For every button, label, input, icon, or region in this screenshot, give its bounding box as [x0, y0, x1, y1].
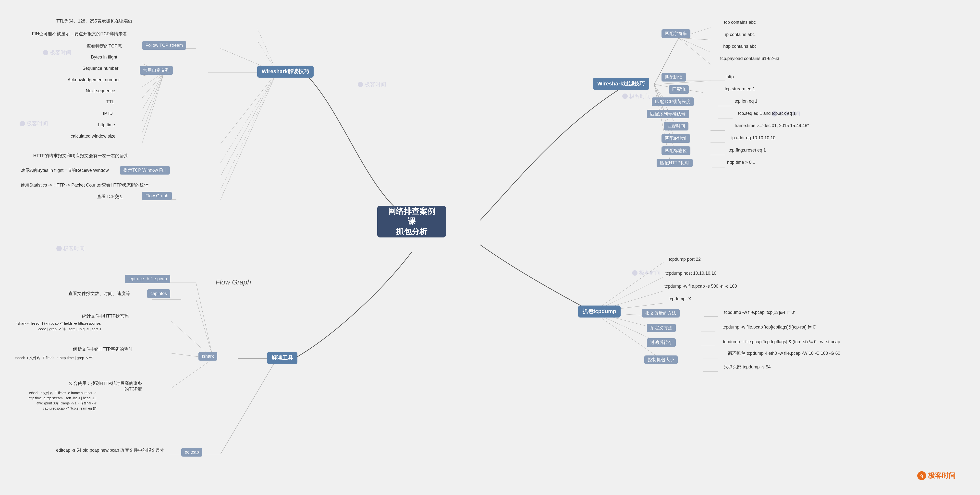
- subbranch-tshark: tshark: [199, 352, 217, 360]
- branch-wireshark-read: Wireshark解读技巧: [257, 66, 313, 78]
- branch-tcpdump-label: 抓包tcpdump: [582, 308, 616, 315]
- text-editcap: editcap -s 54 old.pcap new.pcap 改变文件中的报文…: [37, 447, 184, 453]
- text-ttl: TTL: [95, 99, 125, 105]
- leaf-baowenpianliang: 报文偏量的方法: [642, 309, 679, 317]
- text-ttl-note: TTL为64、128、255表示抓包在哪端做: [49, 18, 140, 24]
- text-tcp-len: tcp.len eq 1: [715, 98, 776, 104]
- svg-line-36: [654, 84, 676, 155]
- svg-line-8: [142, 72, 164, 143]
- branch-wireshark-read-label: Wireshark解读技巧: [262, 68, 309, 75]
- text-tshark-cmd2: tshark -r 文件名 -T fields -e http.time | g…: [7, 355, 100, 360]
- leaf-yuding: 预定义方法: [647, 324, 676, 332]
- subbranch-tshark-label: tshark: [202, 354, 214, 359]
- text-baowenpianliang-val: tcpdump -w file.pcap 'tcp[13]&4 != 0': [698, 310, 821, 315]
- text-tshark-cmd3: tshark -r 文件名 -T fields -e frame.number …: [2, 390, 123, 411]
- text-bytes-in-flight: Bytes in flight: [71, 54, 137, 60]
- watermark-1: 极客时间: [43, 49, 71, 56]
- text-proto-http: http: [706, 74, 755, 80]
- subbranch-changyong-label: 常用自定义列: [143, 68, 170, 73]
- svg-line-47: [172, 359, 213, 388]
- branch-jiedu-label: 解读工具: [272, 354, 293, 362]
- center-node: 网络排查案例课抓包分析: [377, 206, 446, 238]
- watermark-7: 极客时间: [632, 269, 660, 277]
- svg-line-60: [593, 312, 664, 361]
- leaf-tcp-window-full: 提示TCP Window Full: [120, 166, 170, 175]
- svg-line-5: [142, 72, 164, 109]
- text-zhitou: 只抓头部 tcpdump -s 54: [698, 364, 796, 370]
- text-http-time: http.time: [86, 122, 127, 128]
- svg-line-18: [221, 72, 277, 200]
- branch-wireshark-filter-label: Wireshark过滤技巧: [597, 80, 645, 87]
- leaf-flow-graph: Flow Graph: [142, 192, 172, 200]
- leaf-tcptrace: tcptrace -b file.pcap: [125, 274, 170, 283]
- text-flag-val: tcp.flags.reset eq 1: [711, 148, 784, 153]
- text-time-val: frame.time >="dec 01, 2015 15:49:48": [711, 123, 833, 129]
- watermark-3: 极客时间: [56, 245, 85, 252]
- watermark-2: 极客时间: [20, 120, 48, 127]
- text-ip-val: ip.addr eq 10.10.10.10: [711, 135, 796, 141]
- text-tcp-contains: tcp contains abc: [703, 20, 776, 25]
- subbranch-editcap: editcap: [181, 448, 202, 457]
- svg-line-43: [196, 300, 213, 359]
- svg-line-7: [142, 72, 164, 133]
- svg-line-15: [221, 72, 277, 176]
- leaf-kongzhi: 控制抓包大小: [644, 355, 678, 364]
- text-http-arrow: HTTP的请求报文和响应报文会有一左一右的箭头: [12, 153, 150, 159]
- text-follow-tcp: 查看特定的TCP流: [71, 43, 137, 49]
- watermark-brand: Q 极客时间: [917, 471, 956, 480]
- branch-tcpdump: 抓包tcpdump: [578, 306, 620, 317]
- text-tcpdump-w: tcpdump -w file.pcap -s 500 -n -c 100: [640, 284, 762, 289]
- branch-jiedu: 解读工具: [267, 352, 298, 364]
- watermark-4: 极客时间: [358, 81, 386, 88]
- text-stream-val: tcp.stream eq 1: [706, 86, 774, 92]
- watermark-5: 极客时间: [622, 92, 651, 100]
- svg-line-13: [221, 72, 277, 144]
- watermark-6: 极客时间: [772, 110, 800, 117]
- text-stats: 使用Statistics -> HTTP -> Packet Counter查看…: [7, 182, 162, 188]
- text-calc-win: calculated window size: [49, 133, 137, 139]
- subbranch-editcap-label: editcap: [185, 449, 199, 455]
- svg-line-22: [679, 38, 711, 40]
- text-capinfos: 查看文件报文数、时间、速度等: [54, 291, 145, 297]
- text-tcpdump-x: tcpdump -X: [649, 296, 711, 302]
- text-fin-note: FIN位可能不被显示，要点开报文的TCP详情来看: [20, 31, 140, 37]
- text-next-seq: Next sequence: [66, 88, 135, 94]
- center-label: 网络排查案例课抓包分析: [385, 206, 439, 237]
- leaf-match-time: 匹配时间: [664, 122, 689, 130]
- svg-line-48: [221, 359, 277, 454]
- leaf-match-stream: 匹配流: [669, 85, 689, 94]
- text-http-time-label: 解析文件中的HTTP事务的耗时: [64, 346, 142, 352]
- text-seq-val: tcp.seq eq 1 and tcp.ack eq 1: [715, 111, 818, 116]
- text-xunhuan: 循环抓包 tcpdump -i eth0 -w file.pcap -W 10 …: [698, 351, 870, 356]
- text-ack-number: Acknowledgement number: [49, 77, 138, 83]
- text-yuding-val: tcpdump -w file.pcap 'tcp[tcpflags]&(tcp…: [696, 324, 843, 330]
- svg-line-17: [221, 72, 277, 190]
- text-tcp-window: 表示A的Bytes in flight = B的Receive Window: [12, 168, 118, 173]
- leaf-guolv: 过滤后转存: [647, 338, 676, 347]
- svg-line-6: [142, 72, 164, 121]
- text-http-contains: http contains abc: [703, 44, 776, 49]
- text-http-status: 统计文件中HTTP状态码: [66, 313, 145, 319]
- text-tshark-cmd1: tshark -r lesson17-in.pcap -T fields -e …: [5, 321, 113, 332]
- svg-line-41: [196, 283, 213, 359]
- graph-flow-label: Flow Graph: [216, 278, 251, 286]
- leaf-match-str: 匹配字符串: [662, 29, 690, 38]
- text-seq-number: Sequence number: [66, 66, 135, 71]
- subbranch-changyong: 常用自定义列: [140, 66, 173, 75]
- svg-line-14: [221, 72, 277, 163]
- svg-line-4: [142, 72, 164, 98]
- text-http-time-val: http.time > 0.1: [711, 160, 772, 165]
- text-ip-id: IP ID: [93, 111, 123, 116]
- leaf-match-proto: 匹配协议: [662, 73, 686, 81]
- text-guolv-val: tcpdump -r file.pcap 'tcp[tcpflags] & (t…: [696, 339, 867, 345]
- leaf-match-http-time: 匹配HTTP耗时: [657, 159, 693, 167]
- text-tcpdump-port: tcpdump port 22: [642, 257, 728, 262]
- leaf-match-tcp-len: 匹配TCP载荷长度: [652, 97, 694, 106]
- text-flow-graph: 查看TCP交互: [83, 194, 137, 200]
- text-payload-contains: tcp.payload contains 61-62-63: [701, 56, 799, 62]
- text-ip-contains: ip contains abc: [703, 32, 776, 38]
- leaf-capinfos: capinfos: [147, 289, 170, 298]
- leaf-follow-tcp-stream: Follow TCP stream: [142, 41, 186, 50]
- leaf-match-ip: 匹配IP地址: [662, 134, 690, 143]
- branch-wireshark-filter: Wireshark过滤技巧: [593, 78, 649, 90]
